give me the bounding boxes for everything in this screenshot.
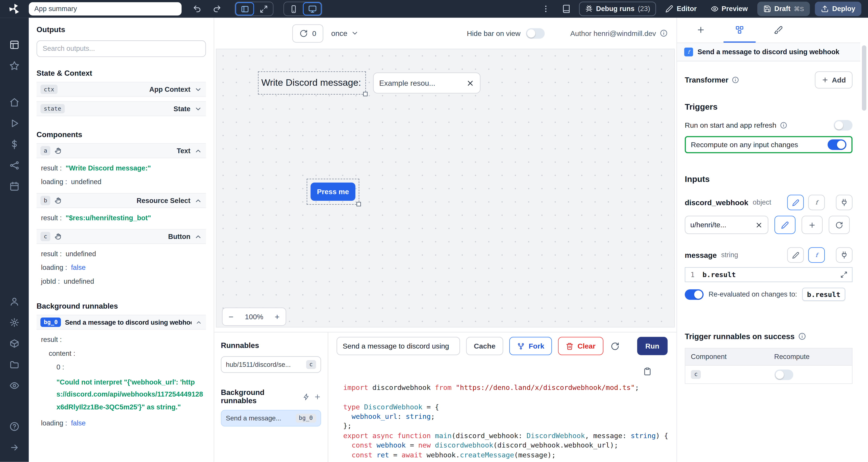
output-section-ctx[interactable]: ctx App Context bbox=[37, 82, 206, 97]
app-summary-input[interactable] bbox=[29, 2, 181, 15]
scrollbar-thumb[interactable] bbox=[862, 45, 866, 111]
info-icon[interactable] bbox=[660, 29, 668, 37]
hand-pointer-icon[interactable] bbox=[55, 233, 62, 240]
draft-button[interactable]: Draft ⌘S bbox=[757, 2, 810, 16]
chevron-down-icon[interactable] bbox=[194, 105, 202, 113]
hide-bar-toggle[interactable] bbox=[526, 28, 545, 38]
rail-resources-icon[interactable] bbox=[0, 155, 29, 176]
windmill-logo-icon[interactable] bbox=[0, 3, 29, 15]
scrollbar[interactable] bbox=[862, 18, 866, 462]
eval-mode-button[interactable] bbox=[808, 248, 825, 263]
message-expression-editor[interactable]: 1 b.result bbox=[685, 267, 852, 282]
search-outputs-input[interactable] bbox=[37, 40, 206, 57]
chevron-up-icon[interactable] bbox=[194, 233, 202, 240]
zoom-out-button[interactable]: − bbox=[229, 312, 234, 322]
rail-settings-icon[interactable] bbox=[0, 312, 29, 333]
tab-insert-component[interactable] bbox=[685, 18, 717, 42]
editor-button[interactable]: Editor bbox=[661, 2, 701, 16]
chevron-up-icon[interactable] bbox=[195, 319, 202, 326]
desktop-view-button[interactable] bbox=[303, 2, 322, 15]
rail-favorites-icon[interactable] bbox=[0, 56, 29, 76]
rail-variables-icon[interactable] bbox=[0, 134, 29, 155]
chevron-up-icon[interactable] bbox=[194, 197, 202, 204]
eval-mode-button[interactable] bbox=[808, 195, 825, 210]
mobile-view-button[interactable] bbox=[284, 2, 303, 15]
add-background-runnable-button[interactable] bbox=[314, 393, 321, 400]
info-icon[interactable] bbox=[799, 332, 806, 340]
rail-folders-icon[interactable] bbox=[0, 354, 29, 375]
more-menu-button[interactable] bbox=[538, 2, 553, 15]
rail-schedules-icon[interactable] bbox=[0, 176, 29, 197]
static-mode-button[interactable] bbox=[787, 248, 804, 263]
refresh-result-button[interactable] bbox=[610, 341, 620, 351]
rail-workers-icon[interactable] bbox=[0, 333, 29, 354]
refresh-count-button[interactable]: 0 bbox=[292, 24, 323, 42]
runnable-item[interactable]: hub/1511/discord/se... c bbox=[221, 356, 321, 373]
output-section-state[interactable]: state State bbox=[37, 101, 206, 116]
run-button[interactable]: Run bbox=[637, 337, 668, 355]
output-section-component-b[interactable]: b Resource Select bbox=[37, 193, 206, 208]
output-value: false bbox=[71, 264, 86, 272]
undo-button[interactable] bbox=[189, 2, 205, 15]
output-section-component-c[interactable]: c Button bbox=[37, 229, 206, 244]
button-component-selection[interactable]: Press me bbox=[307, 179, 359, 205]
chevron-up-icon[interactable] bbox=[194, 147, 202, 155]
zap-icon[interactable] bbox=[303, 393, 310, 400]
recompute-toggle[interactable] bbox=[828, 139, 846, 150]
resize-handle[interactable] bbox=[356, 202, 361, 206]
code-editor[interactable]: import discordwebhook from "https://deno… bbox=[343, 363, 677, 462]
rail-help-icon[interactable] bbox=[0, 416, 29, 437]
refresh-resources-button[interactable] bbox=[829, 216, 850, 234]
app-canvas[interactable]: Write Discord message: Example resou... … bbox=[216, 48, 675, 328]
info-icon[interactable] bbox=[780, 122, 787, 129]
zoom-in-button[interactable]: + bbox=[275, 312, 279, 322]
tab-styling[interactable] bbox=[762, 18, 795, 42]
resize-handle[interactable] bbox=[363, 92, 368, 96]
row-recompute-toggle[interactable] bbox=[774, 369, 793, 380]
resource-select-component[interactable]: Example resou... bbox=[373, 72, 480, 94]
connect-input-button[interactable] bbox=[836, 248, 852, 263]
fork-button[interactable]: Fork bbox=[509, 337, 552, 355]
background-runnable-item[interactable]: Send a message... bg_0 bbox=[221, 410, 321, 427]
frequency-select[interactable]: once bbox=[331, 29, 359, 37]
run-on-start-toggle[interactable] bbox=[834, 120, 852, 131]
press-me-button[interactable]: Press me bbox=[311, 183, 355, 201]
expand-editor-icon[interactable] bbox=[840, 271, 847, 278]
reeval-dependency-chip[interactable]: b.result bbox=[802, 288, 845, 301]
output-section-component-a[interactable]: a Text bbox=[37, 143, 206, 158]
hand-pointer-icon[interactable] bbox=[55, 147, 62, 155]
docs-button[interactable] bbox=[558, 2, 574, 15]
deploy-button[interactable]: Deploy bbox=[815, 2, 861, 16]
copy-code-icon[interactable] bbox=[643, 367, 651, 375]
clear-selection-icon[interactable] bbox=[466, 79, 474, 87]
rail-collapse-icon[interactable] bbox=[0, 437, 29, 458]
chevron-down-icon[interactable] bbox=[194, 86, 202, 93]
rail-audit-icon[interactable] bbox=[0, 375, 29, 396]
rail-home-icon[interactable] bbox=[0, 92, 29, 113]
hand-pointer-icon[interactable] bbox=[55, 197, 62, 204]
static-mode-button[interactable] bbox=[787, 195, 804, 210]
output-section-bg0[interactable]: bg_0 Send a message to discord using web… bbox=[37, 315, 206, 330]
tab-component-settings[interactable] bbox=[723, 18, 756, 42]
create-resource-button[interactable] bbox=[802, 216, 823, 234]
redo-button[interactable] bbox=[209, 2, 225, 15]
edit-resource-button[interactable] bbox=[774, 216, 796, 234]
toggle-left-panel-button[interactable] bbox=[235, 2, 254, 15]
runnable-title-input[interactable]: Send a message to discord using bbox=[337, 337, 460, 355]
rail-users-icon[interactable] bbox=[0, 291, 29, 312]
cache-button[interactable]: Cache bbox=[466, 337, 503, 355]
preview-button[interactable]: Preview bbox=[706, 2, 752, 16]
rail-apps-icon[interactable] bbox=[0, 34, 29, 56]
rail-runs-icon[interactable] bbox=[0, 113, 29, 134]
clear-resource-icon[interactable] bbox=[755, 221, 763, 229]
text-component[interactable]: Write Discord message: bbox=[258, 71, 366, 95]
info-icon[interactable] bbox=[732, 76, 739, 84]
fullscreen-button[interactable] bbox=[254, 2, 273, 15]
reeval-toggle[interactable] bbox=[685, 289, 704, 300]
resource-input[interactable]: u/henri/te... bbox=[685, 216, 768, 234]
draft-shortcut: ⌘S bbox=[794, 5, 804, 12]
connect-input-button[interactable] bbox=[836, 195, 852, 210]
clear-button[interactable]: Clear bbox=[558, 337, 603, 355]
add-transformer-button[interactable]: Add bbox=[815, 71, 852, 88]
debug-runs-button[interactable]: Debug runs (23) bbox=[579, 2, 656, 16]
